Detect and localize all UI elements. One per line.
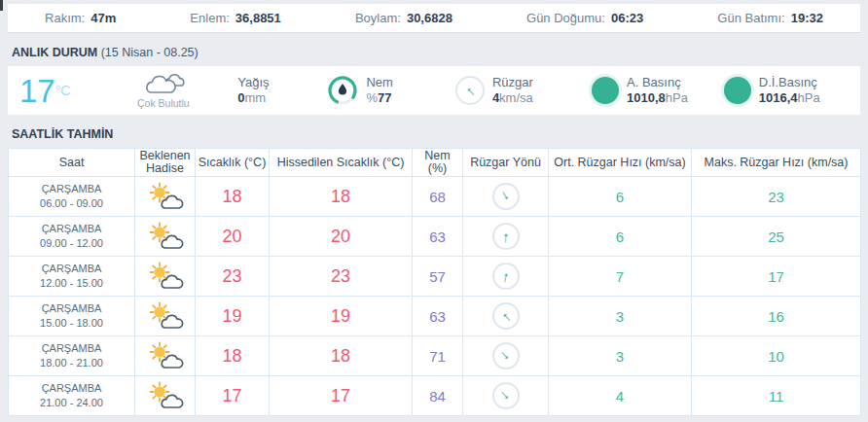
table-row: ÇARŞAMBA06.00 - 09.00 18 18 68 6 23 bbox=[9, 177, 861, 217]
sun-cloud-icon bbox=[146, 341, 185, 370]
row-feels-like: 20 bbox=[270, 217, 413, 257]
col-header-expected-event: Beklenen Hadise bbox=[135, 149, 196, 177]
pressure-icon bbox=[592, 77, 619, 104]
hourly-title-text: SAATLİK TAHMİN bbox=[12, 127, 113, 141]
row-avg-wind: 7 bbox=[549, 257, 692, 297]
pressure-metric: A. Basınç 1010,8hPa bbox=[592, 66, 724, 115]
row-day: ÇARŞAMBA bbox=[9, 381, 134, 396]
row-feels-like: 17 bbox=[270, 376, 413, 416]
sun-cloud-icon bbox=[146, 381, 185, 410]
row-avg-wind: 6 bbox=[549, 217, 692, 257]
row-day: ÇARŞAMBA bbox=[9, 301, 134, 316]
row-day: ÇARŞAMBA bbox=[9, 262, 134, 276]
wind-metric: Rüzgar 4km/sa bbox=[455, 66, 592, 115]
table-row: ÇARŞAMBA15.00 - 18.00 19 19 63 3 16 bbox=[9, 297, 861, 336]
row-feels-like: 23 bbox=[270, 257, 413, 297]
current-title-date: (15 Nisan - 08.25) bbox=[101, 46, 199, 59]
clouds-icon bbox=[142, 73, 185, 96]
pressure-value: 1010,8 bbox=[627, 90, 666, 105]
current-conditions-card: 17°C Çok Bulutlu Yağış 0mm Nem %77 Rüzga… bbox=[8, 66, 860, 115]
longitude-info: Boylam: 30,6828 bbox=[355, 11, 452, 25]
row-max-wind: 10 bbox=[692, 336, 861, 376]
wind-direction-icon bbox=[492, 183, 520, 210]
row-max-wind: 23 bbox=[692, 177, 861, 217]
sea-level-pressure-metric: D.İ.Basınç 1016,4hPa bbox=[724, 66, 860, 115]
wind-direction-icon bbox=[492, 223, 520, 250]
latitude-label: Enlem: bbox=[190, 11, 229, 25]
row-time: 06.00 - 09.00 bbox=[9, 196, 134, 211]
row-max-wind: 17 bbox=[692, 257, 861, 297]
row-temperature: 18 bbox=[196, 336, 270, 376]
table-row: ÇARŞAMBA09.00 - 12.00 20 20 63 6 25 bbox=[9, 217, 861, 257]
wind-direction-icon bbox=[492, 263, 520, 290]
sunrise-info: Gün Doğumu: 06:23 bbox=[526, 11, 643, 25]
table-row: ÇARŞAMBA21.00 - 24.00 17 17 84 4 11 bbox=[9, 376, 861, 416]
row-humidity: 57 bbox=[413, 257, 463, 297]
row-avg-wind: 4 bbox=[549, 376, 692, 416]
wind-label: Rüzgar bbox=[492, 75, 533, 90]
wind-direction-icon bbox=[492, 302, 520, 330]
hourly-forecast-title: SAATLİK TAHMİN bbox=[12, 127, 868, 141]
col-header-max-wind: Maks. Rüzgar Hızı (km/sa) bbox=[692, 149, 861, 177]
location-info-bar: Rakım: 47m Enlem: 36,8851 Boylam: 30,682… bbox=[8, 4, 860, 33]
row-humidity: 71 bbox=[413, 336, 463, 376]
row-time: 09.00 - 12.00 bbox=[9, 236, 134, 251]
current-title-text: ANLIK DURUM bbox=[12, 46, 97, 59]
sunset-label: Gün Batımı: bbox=[717, 11, 784, 25]
row-feels-like: 19 bbox=[270, 297, 413, 336]
humidity-gauge-icon bbox=[327, 75, 358, 106]
row-time: 12.00 - 15.00 bbox=[9, 276, 134, 291]
sunset-info: Gün Batımı: 19:32 bbox=[717, 11, 823, 25]
screen-edge-artifact bbox=[0, 0, 3, 11]
row-temperature: 17 bbox=[196, 376, 270, 416]
table-header-row: Saat Beklenen Hadise Sıcaklık (°C) Hisse… bbox=[9, 149, 861, 177]
latitude-info: Enlem: 36,8851 bbox=[190, 11, 280, 25]
humidity-prefix: % bbox=[366, 90, 378, 105]
altitude-label: Rakım: bbox=[45, 11, 85, 25]
humidity-metric: Nem %77 bbox=[327, 66, 454, 115]
pressure-label: A. Basınç bbox=[627, 75, 688, 90]
row-day: ÇARŞAMBA bbox=[9, 182, 134, 196]
altitude-info: Rakım: 47m bbox=[45, 11, 116, 25]
row-humidity: 84 bbox=[413, 376, 463, 416]
altitude-value: 47m bbox=[90, 11, 116, 25]
sea-level-pressure-unit: hPa bbox=[798, 90, 820, 105]
condition-caption: Çok Bulutlu bbox=[137, 97, 190, 109]
row-max-wind: 11 bbox=[692, 376, 861, 416]
hourly-forecast-table: Saat Beklenen Hadise Sıcaklık (°C) Hisse… bbox=[8, 148, 861, 416]
row-max-wind: 16 bbox=[692, 297, 861, 336]
row-humidity: 63 bbox=[413, 297, 463, 336]
row-humidity: 68 bbox=[413, 177, 463, 217]
row-avg-wind: 3 bbox=[549, 336, 692, 376]
row-temperature: 19 bbox=[196, 297, 270, 336]
sun-cloud-icon bbox=[146, 301, 185, 331]
sea-level-pressure-label: D.İ.Basınç bbox=[759, 75, 820, 90]
sun-cloud-icon bbox=[146, 262, 185, 291]
row-temperature: 20 bbox=[196, 217, 270, 257]
wind-direction-icon bbox=[455, 76, 485, 105]
current-temperature: 17°C bbox=[8, 66, 115, 115]
wind-direction-icon bbox=[492, 382, 520, 409]
col-header-wind-direction: Rüzgar Yönü bbox=[463, 149, 549, 177]
precipitation-label: Yağış bbox=[237, 75, 269, 90]
latitude-value: 36,8851 bbox=[235, 11, 281, 25]
sea-level-pressure-icon bbox=[724, 77, 751, 104]
wind-direction-icon bbox=[492, 342, 520, 369]
col-header-time: Saat bbox=[9, 149, 135, 177]
longitude-label: Boylam: bbox=[355, 11, 401, 25]
col-header-feels-like: Hissedilen Sıcaklık (°C) bbox=[270, 149, 413, 177]
table-row: ÇARŞAMBA18.00 - 21.00 18 18 71 3 10 bbox=[9, 336, 861, 376]
row-avg-wind: 3 bbox=[549, 297, 692, 336]
current-temp-value: 17 bbox=[19, 75, 55, 107]
row-time: 15.00 - 18.00 bbox=[9, 316, 134, 331]
precipitation-metric: Yağış 0mm bbox=[212, 66, 327, 115]
row-time: 18.00 - 21.00 bbox=[9, 356, 134, 370]
row-max-wind: 25 bbox=[692, 217, 861, 257]
sunset-value: 19:32 bbox=[791, 11, 823, 25]
col-header-avg-wind: Ort. Rüzgar Hızı (km/sa) bbox=[549, 149, 692, 177]
longitude-value: 30,6828 bbox=[407, 11, 452, 25]
row-avg-wind: 6 bbox=[549, 177, 692, 217]
sun-cloud-icon bbox=[146, 222, 185, 251]
sun-cloud-icon bbox=[146, 182, 185, 211]
row-time: 21.00 - 24.00 bbox=[9, 396, 134, 410]
